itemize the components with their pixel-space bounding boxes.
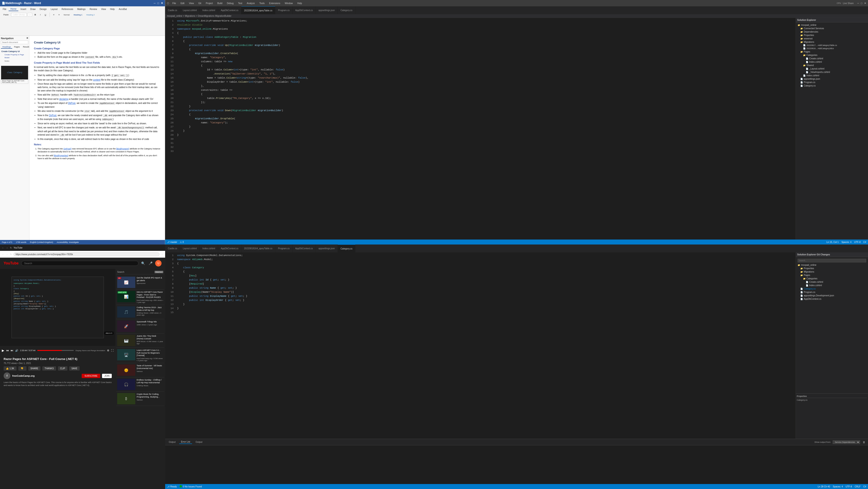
nav-tab-pages[interactable]: Pages [13,46,21,49]
sidebar-video-9[interactable]: ₿ Crypto Music for Coding, Programming, … [116,392,164,406]
bookmark-icon[interactable]: ☆ [161,253,163,256]
tree-categories[interactable]: 📁 Categories [797,53,867,57]
nav-item-1[interactable]: Create Category UI [1,50,28,53]
video-player[interactable]: using System.ComponentModel.DataAnnotati… [0,269,115,346]
settings-icon[interactable]: ⚙ [107,349,109,352]
tree-wwwroot[interactable]: 📁 wwwroot [797,37,867,40]
output-tab-terminal[interactable]: Output [194,440,204,444]
tab-appsettings[interactable]: appsettings.json [316,6,338,14]
tab-review[interactable]: Review [88,7,99,11]
close-nav-icon[interactable]: ✕ [26,37,28,39]
tree-index-cshtml[interactable]: 📄 Index.cshtml [797,60,867,64]
tab-design[interactable]: Design [38,7,49,11]
maximize-icon[interactable]: □ [157,2,159,5]
clear-output-btn[interactable]: 🗑 [862,441,866,443]
tree-layout[interactable]: 📄 _Layout.cshtml [797,67,867,70]
nav-item-2[interactable]: Create Property in Page Model [1,53,28,60]
btab-appsettings[interactable]: appsettings.json [316,244,338,252]
tree-properties[interactable]: 📁 Properties [797,33,867,37]
tab-layout[interactable]: Layout.cshtml [180,6,200,14]
tree-root[interactable]: 📁 moxpad_online [797,23,867,27]
paste-btn[interactable]: Paste [2,13,10,17]
share-btn[interactable]: SHARE [28,366,40,371]
italic-btn[interactable]: I [38,13,42,17]
menu-project[interactable]: Project [205,2,214,5]
language-mode[interactable]: C# [863,241,866,243]
btree-appsettings2[interactable]: 📄 appsettings.Development.json [797,294,867,297]
like-btn[interactable]: 👍 1.3K [4,366,17,371]
browser-back[interactable]: ← [2,253,4,256]
tab-program[interactable]: Program.cs [275,6,292,14]
tab-home[interactable]: Home [9,7,18,11]
search-icon[interactable]: 🔍 [141,261,145,265]
menu-extensions[interactable]: Extensions [268,2,282,5]
play-btn[interactable]: ▶ [2,349,4,352]
styles-normal[interactable]: Normal [62,13,71,17]
tab-help[interactable]: Help [108,7,117,11]
btree-categories[interactable]: 📁 Categories [797,277,867,280]
live-share-btn[interactable]: Live Share [843,2,854,4]
align-center-btn[interactable]: ≡ [57,13,61,17]
sidebar-video-1[interactable]: 📈 AD Get the Starlok IPO report & get al… [116,275,164,290]
solution-search[interactable] [798,259,866,262]
sidebar-video-8[interactable]: 🎧 Endless Sunday - Chillhop / Lofi Hip-H… [116,377,164,392]
tab-migration[interactable]: 20220818164_apeyTable.cs [241,6,275,14]
output-tab-problems[interactable]: Output [167,440,177,444]
btree-index-cshtml[interactable]: 📄 Index.cshtml [797,284,867,287]
browser-refresh[interactable]: ↻ [10,253,12,256]
btree-category[interactable]: 📄 Category.cs [797,287,867,290]
tree-migration1[interactable]: 📄 20220817... AddCategoryTable.cs [797,44,867,47]
tree-category[interactable]: 📄 Category.cs [797,84,867,87]
git-branch-bottom[interactable]: ⎇ Ready [167,485,177,488]
tree-create-cshtml[interactable]: 📄 Create.cshtml [797,57,867,60]
skip-forward-btn[interactable]: ⏭ [11,349,13,352]
menu-debug[interactable]: Debug [225,2,235,5]
sidebar-video-3[interactable]: 🎵 Coding Yaorma 2019 - Jazz Beats & lofi… [116,305,164,319]
dislike-btn[interactable]: 👎 [18,366,27,371]
btree-root[interactable]: 📁 moxpad_online [797,263,867,267]
nav-tab-headings[interactable]: Headings [1,46,12,49]
tab-appdbcontext[interactable]: AppDbContext.cs [218,6,241,14]
tab-index[interactable]: Index.cshtml [200,6,218,14]
tab-appdbcontext2[interactable]: AppDbContext.cs [292,6,316,14]
tree-program[interactable]: 📄 Program.cs [797,81,867,84]
btree-appdbcontext2[interactable]: 📄 AppDbContext.cs [797,297,867,300]
browser-forward[interactable]: → [6,253,8,256]
tab-file[interactable]: File [1,7,8,11]
sidebar-video-4[interactable]: 🚀 Spacewalk Trilogy Mix 100K views • 2 y… [116,319,164,334]
mic-icon[interactable]: 🎤 [149,261,152,265]
code-editor[interactable]: using Microsoft.EntityFrameworkCore.Migr… [175,18,796,239]
issues-bottom[interactable]: 0 No Issues Found [180,485,202,488]
sidebar-video-2[interactable]: 📊 VISIT SITE Intro to ASP.NET Core Razor… [116,290,164,305]
forward-btn[interactable]: → [6,247,8,249]
styles-heading1[interactable]: Heading 1 [72,13,84,17]
bold-btn[interactable]: B [33,13,38,17]
menu-view[interactable]: View [188,2,195,5]
btab-appdbcontext[interactable]: AppDbContext.cs [218,244,241,252]
output-source-select[interactable]: Service Dependencies [833,440,860,444]
clip-btn[interactable]: CLIP [58,366,67,371]
output-tab-output[interactable]: Error List [179,440,192,444]
git-branch[interactable]: ⎇ master [167,241,177,243]
menu-test[interactable]: Test [237,2,243,5]
btree-migrations[interactable]: 📁 Migrations [797,270,867,274]
sidebar-video-6[interactable]: 🖥️ Learn ASP.NET Core 3.1 - Full Course … [116,348,164,363]
btab-index[interactable]: Index.cshtml [200,244,218,252]
tab-references[interactable]: References [60,7,75,11]
btree-properties[interactable]: 📁 Properties [797,267,867,270]
btree-create[interactable]: 📄 Create.cshtml [797,280,867,284]
tab-acrobat[interactable]: AcroBat [117,7,129,11]
font-size-selector[interactable]: 11 [28,13,32,17]
volume-icon[interactable]: 🔊 [15,349,18,352]
save-btn[interactable]: SAVE [69,366,80,371]
vs-maximize[interactable]: □ [861,2,862,5]
menu-window[interactable]: Window [283,2,294,5]
navigation-search[interactable] [1,40,28,44]
btab-layout[interactable]: Layout.cshtml [180,244,200,252]
nav-item-3[interactable]: Notes [1,60,28,63]
url-bar[interactable]: https://www.youtube.com/watch?v=m2mnpap3… [13,252,159,256]
menu-edit[interactable]: Edit [179,2,186,5]
tree-index2[interactable]: 📄 Index.cshtml [797,74,867,77]
tab-draw[interactable]: Draw [29,7,37,11]
skip-back-btn[interactable]: ⏮ [6,349,9,352]
